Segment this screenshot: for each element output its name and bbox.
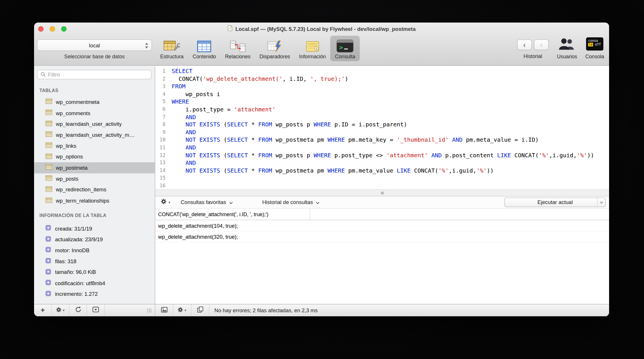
query-history-dropdown[interactable]: Historial de consultas: [262, 199, 320, 205]
table-list-item[interactable]: wp_learndash_user_activity: [34, 118, 155, 129]
svg-text:>: >: [339, 44, 343, 51]
query-terminal-icon: >: [336, 38, 354, 53]
results-row[interactable]: wp_delete_attachment(320, true);: [155, 231, 609, 242]
table-actions-gear-button[interactable]: ▼: [52, 304, 69, 316]
run-options-arrow[interactable]: [597, 198, 605, 207]
table-icon: [46, 121, 52, 127]
results-table: CONCAT('wp_delete_attachment(', i.ID, ',…: [155, 209, 609, 304]
editor-line: FROM: [172, 83, 609, 90]
sidebar: TABLAS wp_commentmetawp_commentswp_learn…: [34, 66, 155, 304]
toolbar-item-contenido[interactable]: Contenido: [188, 36, 220, 61]
titlebar: Local.spf — (MySQL 5.7.23) Local by Flyw…: [83, 23, 560, 35]
toolbar-item-disparadores[interactable]: Disparadores: [255, 36, 295, 61]
editor-line: [172, 174, 609, 182]
toolbar-item-usuarios[interactable]: Usuarios: [557, 36, 577, 60]
toolbar-item-consulta[interactable]: > Consulta: [330, 36, 360, 61]
table-view-dropdown-button[interactable]: [87, 304, 105, 316]
results-row[interactable]: wp_delete_attachment(104, true);: [155, 220, 609, 231]
filter-input[interactable]: [48, 72, 148, 78]
table-info-item: actualizada: 23/9/19: [34, 234, 155, 245]
table-list-item[interactable]: wp_commentmeta: [34, 97, 155, 108]
results-column-header[interactable]: CONCAT('wp_delete_attachment(', i.ID, ',…: [155, 209, 310, 220]
toolbar-item-informacion[interactable]: i Información: [295, 36, 330, 61]
query-gear-button[interactable]: ▼: [161, 199, 171, 206]
content-icon: [197, 38, 212, 53]
run-current-button[interactable]: Ejecutar actual: [504, 198, 606, 207]
main-footer: ▼ No hay errores; 2 filas afectadas, en …: [155, 304, 609, 316]
results-header-row: CONCAT('wp_delete_attachment(', i.ID, ',…: [155, 209, 609, 220]
window-content: TABLAS wp_commentmetawp_commentswp_learn…: [34, 66, 609, 304]
console-icon: conso le off: [586, 36, 603, 51]
copy-icon: [197, 306, 203, 314]
table-info-item: tamaño: 96,0 KiB: [34, 267, 155, 278]
stepper-icon: [145, 43, 148, 48]
editor-line: [172, 182, 609, 189]
editor-line: NOT EXISTS (SELECT * FROM wp_posts p WHE…: [172, 152, 609, 159]
document-icon: [228, 25, 233, 33]
sql-editor[interactable]: 12345678910111213141516 SELECT CONCAT('w…: [155, 66, 609, 189]
window-chrome: Local.spf — (MySQL 5.7.23) Local by Flyw…: [34, 23, 609, 66]
table-list-item[interactable]: wp_links: [34, 140, 155, 151]
table-info-list: creada: 31/1/19actualizada: 23/9/19motor…: [34, 223, 155, 300]
table-list-item[interactable]: wp_posts: [34, 173, 155, 184]
minimize-button[interactable]: [50, 26, 55, 32]
tables-header: TABLAS: [40, 88, 59, 93]
info-text: motor: InnoDB: [55, 247, 89, 253]
editor-line: AND: [172, 144, 609, 151]
info-bullet-icon: [46, 269, 51, 276]
image-icon: [161, 307, 167, 314]
favorites-dropdown[interactable]: Consultas favoritas: [181, 199, 233, 205]
pane-resize-handle[interactable]: [147, 308, 151, 313]
toolbar-item-relaciones[interactable]: Relaciones: [220, 36, 255, 61]
toolbar-item-consola[interactable]: conso le off Consola: [585, 36, 604, 60]
table-list-item[interactable]: wp_options: [34, 151, 155, 162]
database-selector-caption: Seleccionar base de datos: [37, 54, 152, 59]
window-title: Local.spf — (MySQL 5.7.23) Local by Flyw…: [235, 26, 416, 32]
history-back-button[interactable]: ‹: [517, 40, 532, 50]
copy-results-button[interactable]: [191, 304, 209, 316]
editor-line: i.post_type = 'attachment': [172, 106, 609, 113]
table-list-item[interactable]: wp_learndash_user_activity_m…: [34, 129, 155, 140]
line-numbers: 12345678910111213141516: [155, 67, 169, 189]
refresh-tables-button[interactable]: [70, 304, 87, 316]
table-list-item[interactable]: wp_comments: [34, 108, 155, 119]
table-list: wp_commentmetawp_commentswp_learndash_us…: [34, 97, 155, 206]
result-actions-gear-button[interactable]: ▼: [173, 304, 192, 316]
toolbar-item-historial: ‹ › Historial: [517, 36, 549, 59]
information-icon: i: [306, 38, 319, 53]
search-icon: [41, 71, 46, 78]
dropdown-arrow-icon: ▼: [184, 309, 187, 312]
editor-splitter[interactable]: [155, 189, 609, 196]
toolbar-item-estructura[interactable]: Estructura: [156, 36, 188, 61]
zoom-button[interactable]: [61, 26, 67, 32]
table-list-item[interactable]: wp_postmeta: [34, 162, 155, 173]
table-list-item[interactable]: wp_term_relationships: [34, 195, 155, 206]
line-number: 10: [155, 136, 166, 144]
editor-line: AND: [172, 159, 609, 167]
sql-code[interactable]: SELECT CONCAT('wp_delete_attachment(', i…: [169, 67, 609, 189]
table-icon: [46, 132, 52, 138]
chevron-right-icon: ›: [540, 41, 543, 48]
table-name: wp_learndash_user_activity_m…: [56, 132, 135, 138]
editor-line: NOT EXISTS (SELECT * FROM wp_postmeta pm…: [172, 136, 609, 144]
info-bullet-icon: [46, 236, 51, 243]
dropdown-arrow-icon: ▼: [62, 309, 65, 312]
table-name: wp_redirection_items: [56, 187, 106, 193]
table-name: wp_comments: [56, 110, 90, 116]
result-preview-button[interactable]: [155, 304, 173, 316]
add-table-button[interactable]: +: [34, 304, 52, 316]
close-button[interactable]: [38, 26, 44, 32]
dropdown-arrow-icon: ▼: [168, 201, 171, 204]
line-number: 11: [155, 144, 166, 151]
table-list-item[interactable]: wp_redirection_items: [34, 184, 155, 195]
table-info-item: incremento: 1.272: [34, 289, 155, 300]
table-info-item: motor: InnoDB: [34, 245, 155, 256]
database-selector[interactable]: local: [37, 40, 152, 51]
main-pane: 12345678910111213141516 SELECT CONCAT('w…: [155, 66, 609, 304]
line-number: 16: [155, 182, 166, 189]
editor-line: NOT EXISTS (SELECT * FROM wp_posts p WHE…: [172, 121, 609, 128]
line-number: 1: [155, 67, 166, 75]
status-bar: + ▼ ▼: [34, 304, 609, 316]
gear-icon: [161, 199, 167, 206]
history-forward-button[interactable]: ›: [534, 40, 548, 50]
